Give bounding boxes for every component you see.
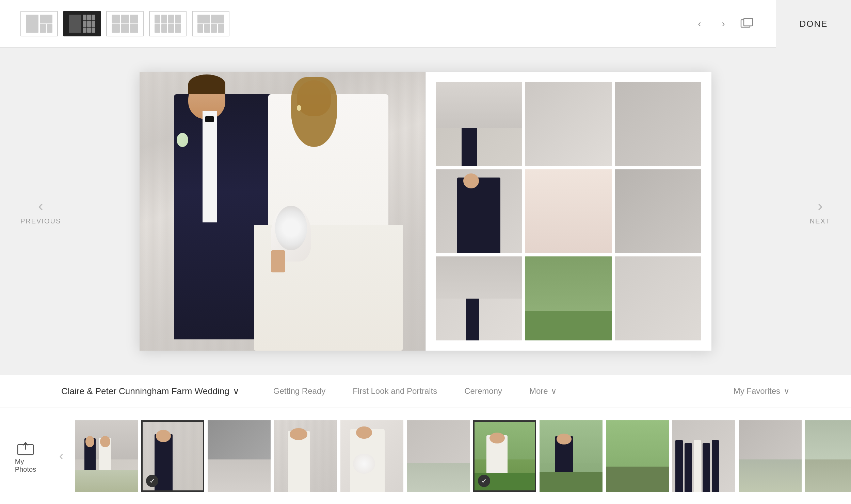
- strip-prev-icon: ‹: [59, 449, 63, 463]
- thumbnail-2-checkmark: ✓: [146, 475, 158, 487]
- thumbnail-10[interactable]: [672, 420, 735, 492]
- next-nav-label: NEXT: [810, 217, 831, 225]
- svg-rect-17: [112, 24, 120, 33]
- tab-favorites-label: My Favorites: [734, 386, 780, 396]
- grid-photo-5[interactable]: [525, 169, 611, 253]
- thumbnail-7[interactable]: ✓: [473, 420, 536, 492]
- tab-more-label: More: [529, 386, 548, 396]
- svg-rect-26: [168, 24, 174, 33]
- svg-rect-2: [40, 24, 46, 33]
- svg-rect-4: [69, 15, 81, 33]
- svg-rect-10: [92, 21, 95, 27]
- prev-arrow-icon: ‹: [38, 198, 44, 214]
- svg-rect-27: [175, 24, 181, 33]
- content-nav-prev[interactable]: ‹ PREVIOUS: [20, 198, 61, 225]
- svg-rect-5: [83, 15, 86, 20]
- svg-rect-25: [161, 24, 167, 33]
- book-spread: [140, 72, 711, 351]
- svg-rect-8: [83, 21, 86, 27]
- layout-option-5[interactable]: [192, 11, 229, 36]
- svg-rect-7: [92, 15, 95, 20]
- category-tabs: Claire & Peter Cunningham Farm Wedding ∨…: [0, 375, 851, 407]
- svg-rect-12: [87, 28, 91, 33]
- page-navigation: ‹ ›: [691, 15, 756, 32]
- album-title-chevron: ∨: [233, 386, 239, 397]
- strip-prev-button[interactable]: ‹: [51, 422, 71, 490]
- thumbnail-5[interactable]: [340, 420, 403, 492]
- grid-photo-3[interactable]: [615, 82, 701, 166]
- tab-first-look[interactable]: First Look and Portraits: [339, 386, 451, 396]
- svg-rect-33: [218, 24, 224, 33]
- thumbnail-11[interactable]: [739, 420, 802, 492]
- svg-rect-31: [204, 24, 210, 33]
- my-photos-button[interactable]: MyPhotos: [3, 422, 48, 490]
- thumbnail-strip: MyPhotos ‹ ✓: [0, 407, 851, 504]
- grid-photo-4[interactable]: [436, 169, 522, 253]
- grid-photo-2[interactable]: [525, 82, 611, 166]
- grid-photo-9[interactable]: [615, 256, 701, 340]
- my-photos-label: MyPhotos: [15, 458, 36, 473]
- thumbnail-8[interactable]: [540, 420, 603, 492]
- thumbnail-9[interactable]: [606, 420, 669, 492]
- thumbnail-7-checkmark: ✓: [478, 475, 490, 487]
- bottom-panel: Claire & Peter Cunningham Farm Wedding ∨…: [0, 375, 851, 504]
- thumbnail-1[interactable]: [75, 420, 138, 492]
- grid-row-1: [436, 82, 701, 166]
- svg-rect-28: [197, 15, 210, 23]
- prev-nav-label: PREVIOUS: [20, 217, 61, 225]
- album-title-text: Claire & Peter Cunningham Farm Wedding: [61, 386, 229, 397]
- grid-photo-6[interactable]: [615, 169, 701, 253]
- svg-rect-0: [26, 15, 38, 33]
- grid-row-2: [436, 169, 701, 253]
- svg-rect-19: [130, 24, 138, 33]
- album-title[interactable]: Claire & Peter Cunningham Farm Wedding ∨: [61, 386, 239, 397]
- svg-rect-6: [87, 15, 91, 20]
- svg-rect-20: [155, 15, 160, 23]
- grid-photo-7[interactable]: [436, 256, 522, 340]
- done-button[interactable]: DONE: [776, 0, 851, 48]
- thumbnail-2[interactable]: ✓: [141, 420, 204, 492]
- next-page-button[interactable]: ›: [715, 15, 732, 32]
- layout-option-1[interactable]: [20, 11, 58, 36]
- grid-photo-8[interactable]: [525, 256, 611, 340]
- thumbnail-4[interactable]: [274, 420, 337, 492]
- thumbnail-3[interactable]: [208, 420, 271, 492]
- main-content: ‹ PREVIOUS: [0, 48, 851, 375]
- tab-more-chevron: ∨: [551, 386, 557, 396]
- svg-rect-29: [211, 15, 224, 23]
- svg-rect-13: [92, 28, 95, 33]
- layout-option-3[interactable]: [106, 11, 144, 36]
- tab-ceremony[interactable]: Ceremony: [451, 386, 516, 396]
- next-arrow-icon: ›: [817, 198, 823, 214]
- svg-rect-24: [155, 24, 160, 33]
- svg-rect-14: [112, 15, 120, 23]
- grid-row-3: [436, 256, 701, 340]
- svg-rect-11: [83, 28, 86, 33]
- upload-icon: [17, 438, 34, 454]
- svg-rect-3: [47, 24, 52, 33]
- svg-rect-21: [161, 15, 167, 23]
- grid-photo-1[interactable]: [436, 82, 522, 166]
- layout-option-4[interactable]: [149, 11, 187, 36]
- svg-rect-32: [211, 24, 217, 33]
- svg-rect-15: [121, 15, 129, 23]
- svg-rect-22: [168, 15, 174, 23]
- top-toolbar: ‹ › DONE: [0, 0, 851, 48]
- content-nav-next[interactable]: › NEXT: [810, 198, 831, 225]
- tab-favorites-chevron: ∨: [784, 386, 790, 396]
- svg-rect-1: [40, 15, 52, 23]
- thumbnail-6[interactable]: [407, 420, 470, 492]
- layout-option-2[interactable]: [63, 11, 101, 36]
- layout-options: [20, 11, 229, 36]
- prev-page-button[interactable]: ‹: [691, 15, 708, 32]
- svg-rect-9: [87, 21, 91, 27]
- svg-rect-30: [197, 24, 203, 33]
- svg-rect-18: [121, 24, 129, 33]
- thumbnail-12[interactable]: [805, 420, 851, 492]
- tab-more[interactable]: More ∨: [516, 386, 571, 396]
- page-left: [140, 72, 426, 351]
- duplicate-button[interactable]: [739, 15, 756, 32]
- tab-getting-ready[interactable]: Getting Ready: [260, 386, 339, 396]
- tab-my-favorites[interactable]: My Favorites ∨: [734, 386, 790, 396]
- svg-rect-35: [744, 18, 753, 26]
